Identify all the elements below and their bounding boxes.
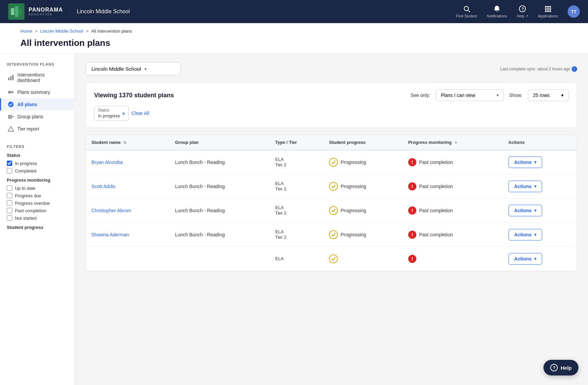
svg-rect-22 [8, 115, 10, 117]
completed-checkbox[interactable] [7, 168, 12, 173]
type-tier-cell: ELA [270, 247, 324, 271]
student-link-shawna[interactable]: Shawna Aderman [91, 232, 129, 237]
student-name-cell: Shawna Aderman [86, 223, 170, 247]
student-link-christopher[interactable]: Christopher Abrom [91, 208, 131, 213]
progress-due-filter[interactable]: Progress due [7, 193, 68, 198]
actions-button-2[interactable]: Actions ▾ [508, 181, 542, 192]
svg-rect-18 [12, 75, 14, 80]
actions-button-5[interactable]: Actions ▾ [508, 253, 542, 265]
filters-section-label: FILTERS [7, 145, 68, 149]
notifications-nav[interactable]: Notifications [487, 5, 507, 18]
nav-left: PANORAMA EDUCATION Lincoln Middle School [8, 3, 130, 20]
progress-text-2: Progressing [341, 184, 366, 189]
breadcrumb: Home > Lincoln Middle School > All inter… [20, 29, 568, 34]
find-student-label: Find Student [456, 14, 477, 18]
group-plan-cell: Lunch Bunch - Reading [170, 199, 270, 223]
alert-icon-5: ! [408, 255, 416, 263]
info-icon[interactable]: i [572, 66, 577, 72]
actions-label-1: Actions [514, 160, 532, 165]
grid-icon [544, 5, 552, 13]
actions-button-3[interactable]: Actions ▾ [508, 205, 542, 216]
completed-label: Completed [15, 168, 36, 173]
sidebar-item-all-plans[interactable]: All plans [0, 98, 74, 111]
progress-due-label: Progress due [15, 193, 41, 198]
show-rows-dropdown[interactable]: 25 rows ▾ [528, 89, 569, 101]
school-selector-dropdown[interactable]: Lincoln Middle School ▾ [86, 62, 181, 76]
sidebar-label-all-plans: All plans [17, 102, 37, 107]
actions-chevron-3: ▾ [534, 208, 536, 213]
alert-icon-3: ! [408, 206, 416, 215]
sidebar-item-tier-report[interactable]: Tier report [0, 123, 74, 135]
svg-rect-2 [19, 10, 22, 15]
student-progress-filter-label: Student progress [7, 225, 68, 230]
student-link-scott[interactable]: Scott Addis [91, 184, 115, 189]
student-progress-cell: Progressing [324, 199, 403, 223]
svg-line-4 [468, 10, 470, 12]
monitoring-text-4: Past completion [419, 232, 453, 237]
sidebar-item-group-plans[interactable]: Group plans [0, 111, 74, 123]
sidebar-label-interventions: Interventionsdashboard [17, 72, 45, 83]
svg-rect-15 [550, 11, 551, 12]
help-fab-label: Help [560, 365, 572, 371]
progress-due-checkbox[interactable] [7, 193, 12, 198]
actions-chevron-5: ▾ [534, 256, 536, 261]
type-text: ELA [275, 229, 318, 235]
table-row: Bryan Alcosiba Lunch Bunch - Reading ELA… [86, 150, 577, 174]
intervention-plans-table: Student name ⇅ Group plan Type / Tier St… [86, 135, 577, 271]
svg-point-19 [8, 91, 11, 94]
clear-all-button[interactable]: Clear All [132, 111, 149, 116]
svg-rect-9 [550, 6, 551, 8]
school-selector-row: Lincoln Middle School ▾ Last complete sy… [86, 62, 577, 76]
student-link-bryan[interactable]: Bryan Alcosiba [91, 160, 123, 165]
table-row: Shawna Aderman Lunch Bunch - Reading ELA… [86, 223, 577, 247]
past-completion-checkbox[interactable] [7, 208, 12, 213]
up-to-date-filter[interactable]: Up to date [7, 185, 68, 191]
help-nav[interactable]: ? Help ↗ [517, 5, 529, 18]
show-label: Show: [509, 93, 522, 98]
progress-text-4: Progressing [341, 232, 366, 237]
svg-rect-17 [10, 76, 12, 80]
status-in-progress-filter[interactable]: In progress [7, 161, 68, 166]
up-to-date-checkbox[interactable] [7, 185, 12, 191]
main-content: Lincoln Middle School ▾ Last complete sy… [75, 54, 588, 385]
past-completion-filter[interactable]: Past completion [7, 208, 68, 213]
progress-cell-2: Progressing [329, 182, 397, 191]
actions-button-4[interactable]: Actions ▾ [508, 229, 542, 240]
help-fab-button[interactable]: ? Help [543, 360, 578, 375]
svg-point-21 [8, 102, 14, 107]
group-plan-cell: Lunch Bunch - Reading [170, 223, 270, 247]
not-started-filter[interactable]: Not started [7, 215, 68, 221]
help-label: Help ↗ [517, 14, 529, 18]
col-student-name[interactable]: Student name ⇅ [86, 135, 170, 150]
progress-monitoring-cell: ! Past completion [403, 223, 503, 247]
progress-overdue-filter[interactable]: Progress overdue [7, 200, 68, 206]
top-navigation: PANORAMA EDUCATION Lincoln Middle School… [0, 0, 588, 23]
type-text: ELA [275, 205, 318, 211]
svg-marker-27 [8, 127, 14, 131]
find-student-nav[interactable]: Find Student [456, 5, 477, 18]
see-only-dropdown[interactable]: Plans I can view ▾ [436, 89, 504, 101]
profile-button[interactable]: TT [568, 5, 580, 18]
search-icon [463, 5, 470, 13]
logo-text: PANORAMA EDUCATION [29, 7, 63, 16]
actions-cell: Actions ▾ [503, 174, 577, 199]
nav-school-name: Lincoln Middle School [70, 9, 130, 15]
sidebar-label-plans-summary: Plans summary [17, 89, 50, 95]
student-name-cell: Christopher Abrom [86, 199, 170, 223]
actions-button-1[interactable]: Actions ▾ [508, 156, 542, 168]
remove-status-filter[interactable]: × [122, 111, 125, 116]
alert-icon-1: ! [408, 158, 416, 166]
sidebar-item-interventions-dashboard[interactable]: Interventionsdashboard [0, 69, 74, 86]
progress-overdue-checkbox[interactable] [7, 200, 12, 206]
breadcrumb-school[interactable]: Lincoln Middle School [40, 29, 83, 34]
page-title: All intervention plans [20, 38, 568, 54]
breadcrumb-home[interactable]: Home [20, 29, 32, 34]
in-progress-checkbox[interactable] [7, 161, 12, 166]
not-started-checkbox[interactable] [7, 215, 12, 221]
applications-nav[interactable]: Applications [538, 5, 558, 18]
status-completed-filter[interactable]: Completed [7, 168, 68, 173]
school-selector-chevron: ▾ [144, 67, 146, 71]
sidebar-item-plans-summary[interactable]: Plans summary [0, 86, 74, 98]
col-progress-monitoring[interactable]: Progress monitoring ▼ [403, 135, 503, 150]
alert-icon-4: ! [408, 231, 416, 239]
